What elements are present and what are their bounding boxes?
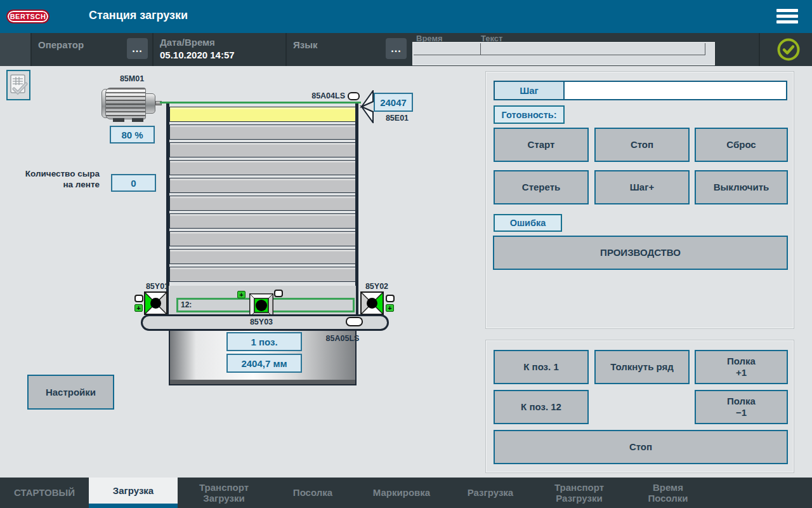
- encoder-tag-label: 85E01: [378, 114, 416, 123]
- navigation-tabbar: СТАРТОВЫЙ Загрузка Транспорт Загрузки По…: [0, 478, 812, 508]
- control-panel: Шаг Готовность: Старт Стоп Сброс Стереть…: [485, 71, 794, 329]
- loading-station-screen: BERTSCH Станция загрузки Оператор ... Да…: [0, 0, 812, 508]
- top-sensor-label: 85A04LS: [298, 91, 345, 100]
- motor-speed-field[interactable]: 80 %: [110, 126, 155, 144]
- bertsch-logo: BERTSCH: [6, 10, 49, 23]
- encoder-value-field[interactable]: 24047: [374, 93, 413, 112]
- reset-button[interactable]: Сброс: [695, 128, 788, 162]
- header-bar: BERTSCH Станция загрузки: [0, 0, 812, 33]
- alarm-row: [414, 43, 705, 55]
- to-pos-1-button[interactable]: К поз. 1: [494, 350, 589, 384]
- manual-panel: К поз. 1 Толкнуть ряд Полка +1 К поз. 12…: [485, 340, 794, 473]
- tab-vremya-posolki[interactable]: Время Посолки: [624, 478, 712, 508]
- valve-right-label: 85Y02: [360, 282, 393, 291]
- datetime-value: 05.10.2020 14:57: [160, 50, 235, 60]
- settings-button[interactable]: Настройки: [27, 375, 114, 410]
- valve-left-label: 85Y01: [141, 282, 174, 291]
- tab-startovyi[interactable]: СТАРТОВЫЙ: [0, 478, 89, 508]
- shelf-row: [169, 124, 356, 140]
- position-field[interactable]: 1 поз.: [226, 332, 302, 351]
- motor-icon: [105, 88, 146, 119]
- step-label: Шаг: [495, 82, 565, 99]
- motor-tag-label: 85M01: [107, 74, 157, 83]
- shelf-down-button[interactable]: Полка −1: [695, 390, 788, 424]
- operator-menu-button[interactable]: ...: [127, 38, 148, 59]
- tab-markirovka[interactable]: Маркировка: [357, 478, 446, 508]
- shelf-stack: [169, 107, 356, 284]
- tab-posolka[interactable]: Посолка: [268, 478, 357, 508]
- roller-sensor-icon: [346, 317, 363, 326]
- statusbar-corner-block: [0, 33, 32, 66]
- tab-zagruzka[interactable]: Загрузка: [89, 478, 178, 508]
- motor-icon: [145, 93, 155, 114]
- off-button[interactable]: Выключить: [695, 170, 788, 204]
- stop-button[interactable]: Стоп: [594, 128, 690, 162]
- bottom-sensor-label: 85A05LS: [317, 334, 368, 343]
- language-label: Язык: [293, 39, 318, 50]
- cheese-count-field[interactable]: 0: [111, 174, 156, 192]
- to-pos-12-button[interactable]: К поз. 12: [494, 390, 589, 424]
- cheese-count-label: Количество сыра на ленте: [3, 169, 100, 190]
- distance-field[interactable]: 2404,7 мм: [226, 354, 302, 373]
- step-plus-button[interactable]: Шаг+: [594, 170, 690, 204]
- status-bar: Оператор ... Дата/Время 05.10.2020 14:57…: [0, 33, 812, 66]
- hamburger-menu-icon[interactable]: [776, 9, 798, 24]
- report-list-button[interactable]: [6, 70, 30, 100]
- datetime-label: Дата/Время: [160, 37, 215, 48]
- operator-label: Оператор: [38, 39, 84, 50]
- alarm-line[interactable]: [412, 42, 715, 65]
- shelf-row: [169, 267, 356, 282]
- divider: [285, 33, 287, 66]
- valve-center-label: 85Y03: [242, 318, 280, 326]
- step-row: Шаг: [494, 81, 787, 100]
- valve-right-plus-icon[interactable]: +: [386, 304, 394, 312]
- shelf-row-active: [169, 107, 356, 122]
- start-button[interactable]: Старт: [494, 128, 589, 162]
- valve-left-sensor-icon: [134, 295, 143, 302]
- push-row-button[interactable]: Толкнуть ряд: [594, 350, 690, 384]
- valve-left-icon[interactable]: [144, 291, 167, 315]
- page-title: Станция загрузки: [89, 9, 188, 22]
- top-sensor-icon: [348, 92, 360, 100]
- shelf-row: [169, 142, 356, 157]
- shelf-row: [169, 249, 356, 264]
- valve-left-plus-icon[interactable]: +: [134, 304, 143, 312]
- mode-field: ПРОИЗВОДСТВО: [493, 236, 788, 270]
- ready-indicator: Готовность:: [494, 105, 565, 124]
- pusher-sensor-icon: [274, 290, 283, 297]
- tab-transport-razgruzki[interactable]: Транспорт Разгрузки: [535, 478, 624, 508]
- tab-razgruzka[interactable]: Разгрузка: [446, 478, 535, 508]
- tab-transport-zagruzki[interactable]: Транспорт Загрузки: [180, 478, 268, 508]
- checklist-icon: [9, 74, 28, 97]
- shelf-row: [169, 160, 356, 175]
- language-menu-button[interactable]: ...: [386, 38, 407, 59]
- motor-icon: [113, 118, 124, 122]
- valve-right-icon[interactable]: [360, 291, 384, 315]
- motor-icon: [132, 118, 143, 122]
- shelf-row: [169, 231, 356, 246]
- manual-stop-button[interactable]: Стоп: [494, 430, 788, 464]
- funnel-icon: [359, 90, 374, 123]
- status-ok-icon: [776, 37, 801, 62]
- valve-right-sensor-icon: [386, 295, 395, 302]
- belt-line: [160, 102, 361, 104]
- pusher-plus-icon[interactable]: +: [237, 291, 246, 298]
- step-input[interactable]: [565, 82, 786, 99]
- erase-button[interactable]: Стереть: [494, 170, 589, 204]
- shelf-row: [169, 196, 356, 211]
- shelf-up-button[interactable]: Полка +1: [695, 350, 788, 384]
- divider: [759, 33, 760, 66]
- divider: [152, 33, 154, 66]
- shelf-row: [169, 213, 356, 229]
- shelf-row: [169, 178, 356, 193]
- error-indicator: Ошибка: [494, 214, 562, 232]
